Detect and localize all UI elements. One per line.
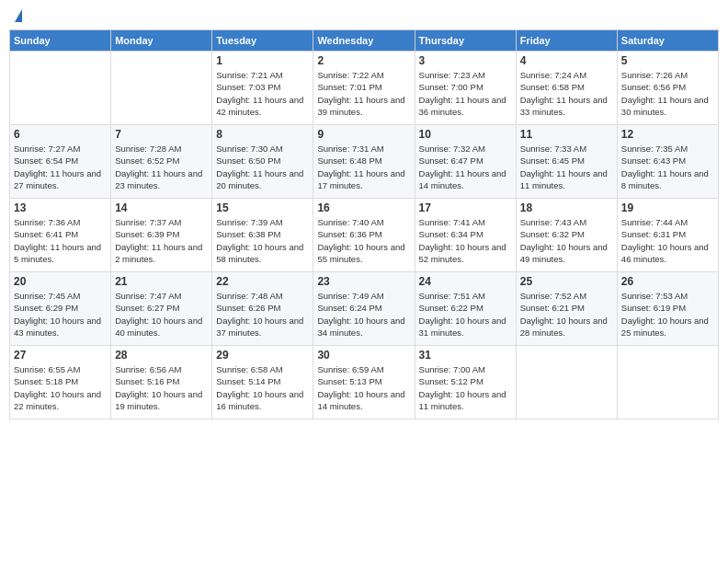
calendar-cell: 7Sunrise: 7:28 AM Sunset: 6:52 PM Daylig… bbox=[111, 125, 212, 199]
calendar-cell: 19Sunrise: 7:44 AM Sunset: 6:31 PM Dayli… bbox=[617, 199, 718, 272]
day-info: Sunrise: 7:21 AM Sunset: 7:03 PM Dayligh… bbox=[216, 69, 309, 118]
day-info: Sunrise: 7:43 AM Sunset: 6:32 PM Dayligh… bbox=[520, 216, 613, 265]
calendar-cell bbox=[516, 346, 617, 419]
logo-icon bbox=[15, 9, 22, 22]
calendar-cell: 4Sunrise: 7:24 AM Sunset: 6:58 PM Daylig… bbox=[516, 52, 617, 125]
day-number: 20 bbox=[14, 275, 107, 288]
calendar-body: 1Sunrise: 7:21 AM Sunset: 7:03 PM Daylig… bbox=[10, 52, 719, 419]
day-info: Sunrise: 7:53 AM Sunset: 6:19 PM Dayligh… bbox=[621, 290, 714, 339]
day-number: 4 bbox=[520, 54, 613, 67]
calendar-cell: 12Sunrise: 7:35 AM Sunset: 6:43 PM Dayli… bbox=[617, 125, 718, 199]
day-number: 6 bbox=[14, 128, 107, 141]
calendar-cell: 15Sunrise: 7:39 AM Sunset: 6:38 PM Dayli… bbox=[212, 199, 313, 272]
day-number: 14 bbox=[115, 201, 208, 214]
calendar-cell: 11Sunrise: 7:33 AM Sunset: 6:45 PM Dayli… bbox=[516, 125, 617, 199]
calendar-cell: 25Sunrise: 7:52 AM Sunset: 6:21 PM Dayli… bbox=[516, 272, 617, 346]
day-number: 30 bbox=[317, 349, 410, 362]
day-number: 13 bbox=[14, 201, 107, 214]
calendar-cell: 29Sunrise: 6:58 AM Sunset: 5:14 PM Dayli… bbox=[212, 346, 313, 419]
calendar-cell: 27Sunrise: 6:55 AM Sunset: 5:18 PM Dayli… bbox=[10, 346, 111, 419]
day-number: 25 bbox=[520, 275, 613, 288]
day-info: Sunrise: 7:35 AM Sunset: 6:43 PM Dayligh… bbox=[621, 143, 714, 191]
calendar-cell: 2Sunrise: 7:22 AM Sunset: 7:01 PM Daylig… bbox=[313, 52, 415, 125]
calendar-cell: 22Sunrise: 7:48 AM Sunset: 6:26 PM Dayli… bbox=[212, 272, 313, 346]
calendar-table: SundayMondayTuesdayWednesdayThursdayFrid… bbox=[9, 29, 719, 419]
calendar-cell: 21Sunrise: 7:47 AM Sunset: 6:27 PM Dayli… bbox=[111, 272, 212, 346]
day-info: Sunrise: 7:37 AM Sunset: 6:39 PM Dayligh… bbox=[115, 216, 208, 265]
day-number: 11 bbox=[520, 128, 613, 141]
weekday-header-saturday: Saturday bbox=[617, 30, 718, 52]
day-number: 9 bbox=[317, 128, 410, 141]
calendar-cell: 9Sunrise: 7:31 AM Sunset: 6:48 PM Daylig… bbox=[313, 125, 415, 199]
weekday-header-monday: Monday bbox=[111, 30, 212, 52]
day-number: 26 bbox=[621, 275, 714, 288]
calendar-week-3: 13Sunrise: 7:36 AM Sunset: 6:41 PM Dayli… bbox=[10, 199, 719, 272]
calendar-week-5: 27Sunrise: 6:55 AM Sunset: 5:18 PM Dayli… bbox=[10, 346, 719, 419]
day-info: Sunrise: 7:41 AM Sunset: 6:34 PM Dayligh… bbox=[419, 216, 512, 265]
calendar-cell: 18Sunrise: 7:43 AM Sunset: 6:32 PM Dayli… bbox=[516, 199, 617, 272]
weekday-header-wednesday: Wednesday bbox=[313, 30, 415, 52]
day-info: Sunrise: 7:44 AM Sunset: 6:31 PM Dayligh… bbox=[621, 216, 714, 265]
day-info: Sunrise: 7:33 AM Sunset: 6:45 PM Dayligh… bbox=[520, 143, 613, 191]
day-number: 23 bbox=[317, 275, 410, 288]
calendar-cell: 3Sunrise: 7:23 AM Sunset: 7:00 PM Daylig… bbox=[415, 52, 516, 125]
day-info: Sunrise: 7:52 AM Sunset: 6:21 PM Dayligh… bbox=[520, 290, 613, 339]
day-number: 17 bbox=[419, 201, 512, 214]
day-number: 15 bbox=[216, 201, 309, 214]
day-info: Sunrise: 7:23 AM Sunset: 7:00 PM Dayligh… bbox=[419, 69, 512, 118]
calendar-week-4: 20Sunrise: 7:45 AM Sunset: 6:29 PM Dayli… bbox=[10, 272, 719, 346]
day-info: Sunrise: 6:55 AM Sunset: 5:18 PM Dayligh… bbox=[14, 363, 107, 412]
calendar-cell: 26Sunrise: 7:53 AM Sunset: 6:19 PM Dayli… bbox=[617, 272, 718, 346]
day-number: 31 bbox=[419, 349, 512, 362]
calendar-cell: 20Sunrise: 7:45 AM Sunset: 6:29 PM Dayli… bbox=[10, 272, 111, 346]
calendar-cell bbox=[10, 52, 111, 125]
day-info: Sunrise: 6:58 AM Sunset: 5:14 PM Dayligh… bbox=[216, 363, 309, 412]
day-number: 19 bbox=[621, 201, 714, 214]
calendar-cell: 16Sunrise: 7:40 AM Sunset: 6:36 PM Dayli… bbox=[313, 199, 415, 272]
day-info: Sunrise: 7:28 AM Sunset: 6:52 PM Dayligh… bbox=[115, 143, 208, 191]
calendar-cell bbox=[617, 346, 718, 419]
calendar-cell: 5Sunrise: 7:26 AM Sunset: 6:56 PM Daylig… bbox=[617, 52, 718, 125]
day-number: 28 bbox=[115, 349, 208, 362]
weekday-header-thursday: Thursday bbox=[415, 30, 516, 52]
day-info: Sunrise: 7:48 AM Sunset: 6:26 PM Dayligh… bbox=[216, 290, 309, 339]
calendar-cell bbox=[111, 52, 212, 125]
day-info: Sunrise: 7:36 AM Sunset: 6:41 PM Dayligh… bbox=[14, 216, 107, 265]
day-info: Sunrise: 7:49 AM Sunset: 6:24 PM Dayligh… bbox=[317, 290, 410, 339]
day-number: 2 bbox=[317, 54, 410, 67]
day-number: 22 bbox=[216, 275, 309, 288]
day-number: 24 bbox=[419, 275, 512, 288]
day-info: Sunrise: 7:31 AM Sunset: 6:48 PM Dayligh… bbox=[317, 143, 410, 191]
day-number: 29 bbox=[216, 349, 309, 362]
calendar-cell: 17Sunrise: 7:41 AM Sunset: 6:34 PM Dayli… bbox=[415, 199, 516, 272]
calendar-cell: 23Sunrise: 7:49 AM Sunset: 6:24 PM Dayli… bbox=[313, 272, 415, 346]
logo bbox=[13, 9, 22, 22]
day-number: 21 bbox=[115, 275, 208, 288]
day-info: Sunrise: 7:22 AM Sunset: 7:01 PM Dayligh… bbox=[317, 69, 410, 118]
calendar-cell: 24Sunrise: 7:51 AM Sunset: 6:22 PM Dayli… bbox=[415, 272, 516, 346]
day-number: 12 bbox=[621, 128, 714, 141]
calendar-cell: 30Sunrise: 6:59 AM Sunset: 5:13 PM Dayli… bbox=[313, 346, 415, 419]
day-info: Sunrise: 7:39 AM Sunset: 6:38 PM Dayligh… bbox=[216, 216, 309, 265]
day-info: Sunrise: 7:32 AM Sunset: 6:47 PM Dayligh… bbox=[419, 143, 512, 191]
weekday-header-tuesday: Tuesday bbox=[212, 30, 313, 52]
day-number: 18 bbox=[520, 201, 613, 214]
day-number: 10 bbox=[419, 128, 512, 141]
weekday-header-friday: Friday bbox=[516, 30, 617, 52]
day-number: 1 bbox=[216, 54, 309, 67]
day-number: 5 bbox=[621, 54, 714, 67]
day-info: Sunrise: 7:00 AM Sunset: 5:12 PM Dayligh… bbox=[419, 363, 512, 412]
calendar-cell: 13Sunrise: 7:36 AM Sunset: 6:41 PM Dayli… bbox=[10, 199, 111, 272]
calendar-cell: 10Sunrise: 7:32 AM Sunset: 6:47 PM Dayli… bbox=[415, 125, 516, 199]
day-info: Sunrise: 7:47 AM Sunset: 6:27 PM Dayligh… bbox=[115, 290, 208, 339]
weekday-header-sunday: Sunday bbox=[10, 30, 111, 52]
day-info: Sunrise: 7:30 AM Sunset: 6:50 PM Dayligh… bbox=[216, 143, 309, 191]
day-info: Sunrise: 7:26 AM Sunset: 6:56 PM Dayligh… bbox=[621, 69, 714, 118]
day-info: Sunrise: 7:45 AM Sunset: 6:29 PM Dayligh… bbox=[14, 290, 107, 339]
day-info: Sunrise: 6:56 AM Sunset: 5:16 PM Dayligh… bbox=[115, 363, 208, 412]
calendar-cell: 8Sunrise: 7:30 AM Sunset: 6:50 PM Daylig… bbox=[212, 125, 313, 199]
day-number: 8 bbox=[216, 128, 309, 141]
calendar-cell: 6Sunrise: 7:27 AM Sunset: 6:54 PM Daylig… bbox=[10, 125, 111, 199]
day-info: Sunrise: 7:40 AM Sunset: 6:36 PM Dayligh… bbox=[317, 216, 410, 265]
day-info: Sunrise: 7:51 AM Sunset: 6:22 PM Dayligh… bbox=[419, 290, 512, 339]
